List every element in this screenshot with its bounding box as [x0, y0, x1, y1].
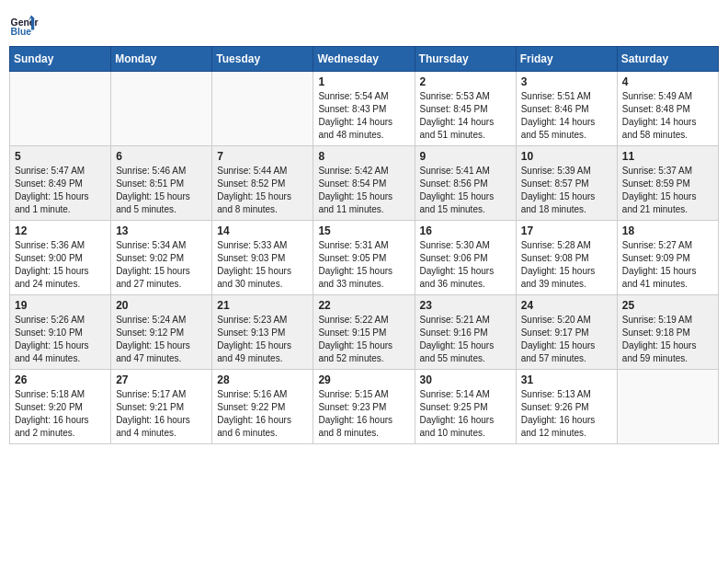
calendar-cell: 27Sunrise: 5:17 AMSunset: 9:21 PMDayligh…	[111, 370, 212, 444]
calendar-cell: 28Sunrise: 5:16 AMSunset: 9:22 PMDayligh…	[212, 370, 313, 444]
header-cell-monday: Monday	[111, 47, 212, 72]
day-info: Sunrise: 5:17 AMSunset: 9:21 PMDaylight:…	[116, 388, 207, 440]
header-cell-thursday: Thursday	[415, 47, 516, 72]
calendar-cell: 31Sunrise: 5:13 AMSunset: 9:26 PMDayligh…	[516, 370, 617, 444]
day-info: Sunrise: 5:24 AMSunset: 9:12 PMDaylight:…	[116, 314, 207, 365]
day-info: Sunrise: 5:18 AMSunset: 9:20 PMDaylight:…	[15, 388, 106, 440]
day-number: 29	[318, 373, 409, 386]
calendar-cell: 13Sunrise: 5:34 AMSunset: 9:02 PMDayligh…	[111, 221, 212, 295]
calendar-cell: 2Sunrise: 5:53 AMSunset: 8:45 PMDaylight…	[415, 72, 516, 146]
day-info: Sunrise: 5:19 AMSunset: 9:18 PMDaylight:…	[622, 314, 713, 365]
calendar-cell: 25Sunrise: 5:19 AMSunset: 9:18 PMDayligh…	[617, 295, 718, 370]
day-number: 2	[420, 75, 511, 88]
day-info: Sunrise: 5:39 AMSunset: 8:57 PMDaylight:…	[521, 165, 612, 216]
calendar-cell: 8Sunrise: 5:42 AMSunset: 8:54 PMDaylight…	[313, 146, 415, 221]
day-info: Sunrise: 5:31 AMSunset: 9:05 PMDaylight:…	[318, 239, 409, 291]
day-number: 3	[521, 75, 612, 88]
day-number: 1	[318, 75, 409, 88]
day-number: 19	[15, 299, 106, 312]
day-number: 8	[318, 150, 409, 163]
calendar-cell	[212, 72, 313, 146]
calendar-cell: 9Sunrise: 5:41 AMSunset: 8:56 PMDaylight…	[415, 146, 516, 221]
day-info: Sunrise: 5:21 AMSunset: 9:16 PMDaylight:…	[420, 314, 511, 365]
week-row-1: 1Sunrise: 5:54 AMSunset: 8:43 PMDaylight…	[10, 72, 719, 146]
day-info: Sunrise: 5:53 AMSunset: 8:45 PMDaylight:…	[420, 90, 511, 142]
day-number: 22	[318, 299, 409, 312]
header-cell-tuesday: Tuesday	[212, 47, 313, 72]
week-row-3: 12Sunrise: 5:36 AMSunset: 9:00 PMDayligh…	[10, 221, 719, 295]
day-info: Sunrise: 5:42 AMSunset: 8:54 PMDaylight:…	[318, 165, 409, 216]
day-info: Sunrise: 5:47 AMSunset: 8:49 PMDaylight:…	[15, 165, 106, 216]
day-number: 6	[116, 150, 207, 163]
day-number: 4	[622, 75, 713, 88]
header-cell-saturday: Saturday	[617, 47, 718, 72]
calendar-body: 1Sunrise: 5:54 AMSunset: 8:43 PMDaylight…	[10, 72, 719, 444]
day-number: 5	[15, 150, 106, 163]
day-info: Sunrise: 5:37 AMSunset: 8:59 PMDaylight:…	[622, 165, 713, 216]
header-cell-wednesday: Wednesday	[313, 47, 415, 72]
calendar-header-row: SundayMondayTuesdayWednesdayThursdayFrid…	[10, 47, 719, 72]
calendar-table: SundayMondayTuesdayWednesdayThursdayFrid…	[9, 46, 719, 444]
day-number: 12	[15, 224, 106, 237]
calendar-cell: 26Sunrise: 5:18 AMSunset: 9:20 PMDayligh…	[10, 370, 111, 444]
calendar-cell	[617, 370, 718, 444]
day-number: 26	[15, 373, 106, 386]
calendar-cell: 19Sunrise: 5:26 AMSunset: 9:10 PMDayligh…	[10, 295, 111, 370]
day-info: Sunrise: 5:36 AMSunset: 9:00 PMDaylight:…	[15, 239, 106, 291]
calendar-cell: 15Sunrise: 5:31 AMSunset: 9:05 PMDayligh…	[313, 221, 415, 295]
day-info: Sunrise: 5:22 AMSunset: 9:15 PMDaylight:…	[318, 314, 409, 365]
week-row-5: 26Sunrise: 5:18 AMSunset: 9:20 PMDayligh…	[10, 370, 719, 444]
day-info: Sunrise: 5:15 AMSunset: 9:23 PMDaylight:…	[318, 388, 409, 440]
calendar-cell: 4Sunrise: 5:49 AMSunset: 8:48 PMDaylight…	[617, 72, 718, 146]
calendar-cell: 12Sunrise: 5:36 AMSunset: 9:00 PMDayligh…	[10, 221, 111, 295]
day-info: Sunrise: 5:46 AMSunset: 8:51 PMDaylight:…	[116, 165, 207, 216]
day-info: Sunrise: 5:16 AMSunset: 9:22 PMDaylight:…	[217, 388, 308, 440]
day-number: 7	[217, 150, 308, 163]
calendar-cell: 30Sunrise: 5:14 AMSunset: 9:25 PMDayligh…	[415, 370, 516, 444]
day-info: Sunrise: 5:54 AMSunset: 8:43 PMDaylight:…	[318, 90, 409, 142]
logo: General Blue	[9, 9, 39, 39]
header-cell-friday: Friday	[516, 47, 617, 72]
day-number: 9	[420, 150, 511, 163]
day-info: Sunrise: 5:30 AMSunset: 9:06 PMDaylight:…	[420, 239, 511, 291]
calendar-cell: 11Sunrise: 5:37 AMSunset: 8:59 PMDayligh…	[617, 146, 718, 221]
calendar-cell: 20Sunrise: 5:24 AMSunset: 9:12 PMDayligh…	[111, 295, 212, 370]
calendar-cell: 16Sunrise: 5:30 AMSunset: 9:06 PMDayligh…	[415, 221, 516, 295]
day-number: 13	[116, 224, 207, 237]
day-number: 28	[217, 373, 308, 386]
calendar-cell: 18Sunrise: 5:27 AMSunset: 9:09 PMDayligh…	[617, 221, 718, 295]
page-header: General Blue	[9, 9, 719, 39]
calendar-cell: 29Sunrise: 5:15 AMSunset: 9:23 PMDayligh…	[313, 370, 415, 444]
day-number: 21	[217, 299, 308, 312]
calendar-cell: 21Sunrise: 5:23 AMSunset: 9:13 PMDayligh…	[212, 295, 313, 370]
day-info: Sunrise: 5:51 AMSunset: 8:46 PMDaylight:…	[521, 90, 612, 142]
logo-icon: General Blue	[9, 9, 39, 39]
day-number: 25	[622, 299, 713, 312]
calendar-cell: 22Sunrise: 5:22 AMSunset: 9:15 PMDayligh…	[313, 295, 415, 370]
header-cell-sunday: Sunday	[10, 47, 111, 72]
calendar-cell: 24Sunrise: 5:20 AMSunset: 9:17 PMDayligh…	[516, 295, 617, 370]
day-info: Sunrise: 5:27 AMSunset: 9:09 PMDaylight:…	[622, 239, 713, 291]
svg-text:General: General	[11, 17, 39, 28]
day-number: 31	[521, 373, 612, 386]
calendar-cell: 3Sunrise: 5:51 AMSunset: 8:46 PMDaylight…	[516, 72, 617, 146]
calendar-cell: 5Sunrise: 5:47 AMSunset: 8:49 PMDaylight…	[10, 146, 111, 221]
calendar-cell: 7Sunrise: 5:44 AMSunset: 8:52 PMDaylight…	[212, 146, 313, 221]
week-row-4: 19Sunrise: 5:26 AMSunset: 9:10 PMDayligh…	[10, 295, 719, 370]
day-number: 15	[318, 224, 409, 237]
calendar-cell: 1Sunrise: 5:54 AMSunset: 8:43 PMDaylight…	[313, 72, 415, 146]
day-number: 20	[116, 299, 207, 312]
svg-text:Blue: Blue	[11, 27, 32, 37]
day-info: Sunrise: 5:34 AMSunset: 9:02 PMDaylight:…	[116, 239, 207, 291]
calendar-cell: 14Sunrise: 5:33 AMSunset: 9:03 PMDayligh…	[212, 221, 313, 295]
calendar-cell: 17Sunrise: 5:28 AMSunset: 9:08 PMDayligh…	[516, 221, 617, 295]
day-info: Sunrise: 5:26 AMSunset: 9:10 PMDaylight:…	[15, 314, 106, 365]
day-number: 10	[521, 150, 612, 163]
day-info: Sunrise: 5:33 AMSunset: 9:03 PMDaylight:…	[217, 239, 308, 291]
day-number: 23	[420, 299, 511, 312]
day-info: Sunrise: 5:14 AMSunset: 9:25 PMDaylight:…	[420, 388, 511, 440]
day-number: 11	[622, 150, 713, 163]
day-info: Sunrise: 5:44 AMSunset: 8:52 PMDaylight:…	[217, 165, 308, 216]
calendar-cell: 10Sunrise: 5:39 AMSunset: 8:57 PMDayligh…	[516, 146, 617, 221]
calendar-cell: 6Sunrise: 5:46 AMSunset: 8:51 PMDaylight…	[111, 146, 212, 221]
